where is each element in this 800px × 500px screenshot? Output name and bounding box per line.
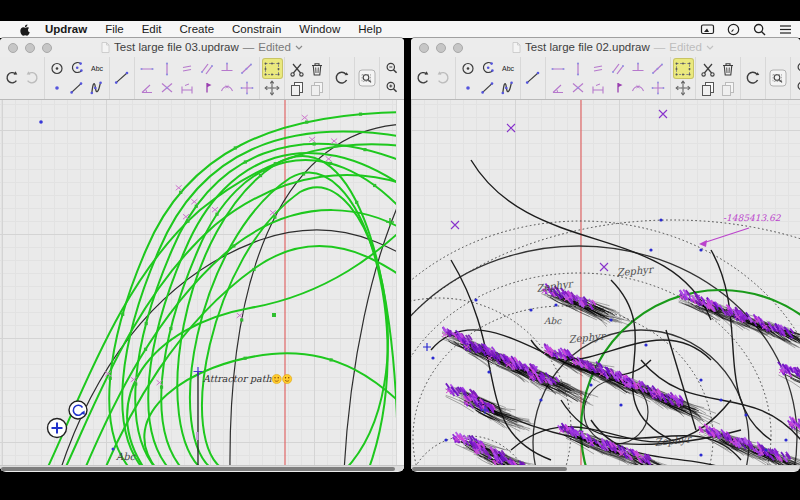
tool-select-button[interactable] — [674, 59, 693, 78]
tool-arc-button[interactable] — [479, 59, 498, 78]
tool-segment-button[interactable] — [68, 78, 87, 97]
svg-text:Abc: Abc — [502, 65, 515, 72]
tool-crosshair-button[interactable] — [649, 78, 668, 97]
tool-zoomin-button[interactable] — [794, 78, 800, 97]
title-bar-right[interactable]: Test large file 02.updraw — Edited — [411, 38, 800, 57]
tool-redo-button[interactable] — [434, 69, 453, 88]
tool-vertical-button[interactable] — [569, 59, 588, 78]
tool-vertical-button[interactable] — [158, 59, 177, 78]
window-title: Test large file 02.updraw — [525, 38, 650, 57]
tool-parallel-button[interactable] — [609, 59, 628, 78]
tool-undo-button[interactable] — [3, 69, 22, 88]
tool-equal-button[interactable] — [589, 59, 608, 78]
svg-text:Zephyr: Zephyr — [616, 264, 655, 279]
tool-zoomout-button[interactable] — [383, 59, 402, 78]
canvas-left[interactable]: Attractor pathAbc — [0, 100, 404, 471]
menu-constrain[interactable]: Constrain — [223, 21, 290, 38]
title-chevron-icon[interactable] — [295, 45, 303, 50]
tool-cut-button[interactable] — [288, 59, 307, 78]
close-button[interactable] — [8, 43, 18, 53]
display-icon[interactable] — [700, 22, 715, 37]
tool-horizontal-button[interactable] — [138, 59, 157, 78]
tool-tangent-button[interactable] — [629, 78, 648, 97]
tool-crosshair-button[interactable] — [238, 78, 257, 97]
tool-intersect-button[interactable] — [569, 78, 588, 97]
tool-circle-button[interactable] — [48, 59, 67, 78]
tool-zoombox-button[interactable] — [769, 69, 788, 88]
canvas-right[interactable]: ZephyrZephyrZephyrZephyrAbc-1485413.62 — [411, 100, 800, 471]
tool-curve-button[interactable] — [499, 78, 518, 97]
scrollbar-thumb[interactable] — [412, 467, 567, 471]
scrollbar-thumb[interactable] — [1, 467, 395, 471]
menu-updraw[interactable]: Updraw — [36, 21, 96, 38]
tool-zoomin-button[interactable] — [383, 78, 402, 97]
tool-angle-button[interactable] — [138, 78, 157, 97]
tool-text-button[interactable]: Abc — [88, 59, 107, 78]
zoom-button[interactable] — [453, 43, 463, 53]
tool-dimension-button[interactable] — [589, 78, 608, 97]
tool-equal-button[interactable] — [178, 59, 197, 78]
tool-cut-button[interactable] — [699, 59, 718, 78]
tool-segment-button[interactable] — [479, 78, 498, 97]
tool-line-button[interactable] — [524, 69, 543, 88]
tool-paste-button[interactable] — [308, 78, 327, 97]
apple-menu[interactable] — [14, 23, 36, 37]
window-title: Test large file 03.updraw — [114, 38, 239, 57]
title-chevron-icon[interactable] — [706, 45, 714, 50]
tool-zoombox-button[interactable] — [358, 69, 377, 88]
tool-rotate-button[interactable] — [333, 69, 352, 88]
menu-edit[interactable]: Edit — [133, 21, 171, 38]
tool-intersect-button[interactable] — [158, 78, 177, 97]
notification-center-icon[interactable] — [778, 22, 793, 37]
tool-text-button[interactable]: Abc — [499, 59, 518, 78]
horizontal-scrollbar[interactable] — [411, 465, 800, 471]
tool-paste-button[interactable] — [719, 78, 738, 97]
close-button[interactable] — [419, 43, 429, 53]
toolbar-right: Abc — [411, 57, 800, 100]
tool-copy-button[interactable] — [288, 78, 307, 97]
tool-arc-button[interactable] — [68, 59, 87, 78]
tool-move-button[interactable] — [263, 78, 282, 97]
tool-tangent-button[interactable] — [218, 78, 237, 97]
title-bar-left[interactable]: Test large file 03.updraw — Edited — [0, 38, 404, 57]
tool-dimension-button[interactable] — [178, 78, 197, 97]
tool-slant-button[interactable] — [238, 59, 257, 78]
tool-undo-button[interactable] — [414, 69, 433, 88]
horizontal-scrollbar[interactable] — [0, 465, 404, 471]
tool-curve-button[interactable] — [88, 78, 107, 97]
tool-perpendicular-button[interactable] — [629, 59, 648, 78]
tool-move-button[interactable] — [674, 78, 693, 97]
tool-point-button[interactable] — [459, 78, 478, 97]
svg-text:Abc: Abc — [91, 65, 104, 72]
tool-slant-button[interactable] — [649, 59, 668, 78]
minimize-button[interactable] — [436, 43, 446, 53]
spotlight-icon[interactable] — [752, 22, 767, 37]
menu-create[interactable]: Create — [171, 21, 224, 38]
tool-point-button[interactable] — [48, 78, 67, 97]
tool-circle-button[interactable] — [459, 59, 478, 78]
tool-line-button[interactable] — [113, 69, 132, 88]
clock-icon[interactable] — [726, 22, 741, 37]
menu-file[interactable]: File — [96, 21, 133, 38]
tool-zoomout-button[interactable] — [794, 59, 800, 78]
tool-redo-button[interactable] — [23, 69, 42, 88]
menu-help[interactable]: Help — [349, 21, 391, 38]
tool-delete-button[interactable] — [308, 59, 327, 78]
tool-rotate-button[interactable] — [744, 69, 763, 88]
tool-parallel-button[interactable] — [198, 59, 217, 78]
minimize-button[interactable] — [25, 43, 35, 53]
tool-perpendicular-button[interactable] — [218, 59, 237, 78]
tool-delete-button[interactable] — [719, 59, 738, 78]
tool-horizontal-button[interactable] — [549, 59, 568, 78]
vertical-scrollbar[interactable] — [396, 100, 404, 471]
traffic-lights — [8, 43, 52, 53]
edited-badge: Edited — [258, 38, 291, 57]
tool-angle-button[interactable] — [549, 78, 568, 97]
tool-pin-button[interactable] — [609, 78, 628, 97]
tool-select-button[interactable] — [263, 59, 282, 78]
tool-pin-button[interactable] — [198, 78, 217, 97]
zoom-button[interactable] — [42, 43, 52, 53]
tool-copy-button[interactable] — [699, 78, 718, 97]
menu-window[interactable]: Window — [290, 21, 349, 38]
traffic-lights — [419, 43, 463, 53]
